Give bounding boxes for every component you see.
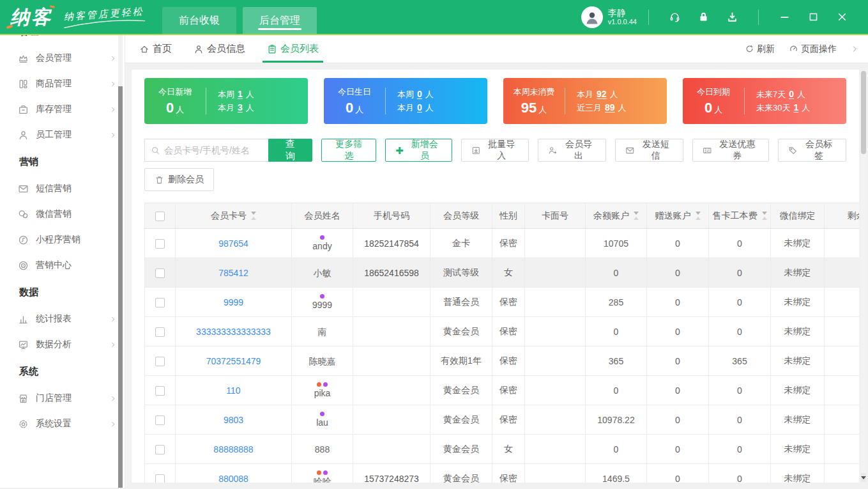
cell-wechat: 未绑定 — [771, 229, 825, 258]
row-checkbox[interactable] — [155, 357, 165, 366]
button-label: 发送短信 — [639, 139, 673, 162]
member-card-link[interactable]: 987654 — [218, 238, 248, 249]
tab-member-info[interactable]: 会员信息 — [194, 35, 245, 63]
tab-home[interactable]: 首页 — [139, 35, 172, 63]
sidebar-item-system-settings[interactable]: 系统设置 — [0, 411, 125, 437]
download-icon — [726, 11, 738, 23]
member-card-link[interactable]: 880088 — [218, 474, 248, 483]
topnav-cashier[interactable]: 前台收银 — [162, 7, 236, 34]
stat-card-count: 95人 — [503, 100, 565, 116]
topnav-label: 后台管理 — [259, 14, 300, 27]
sidebar-item-staff-management[interactable]: 员工管理 — [0, 122, 125, 148]
collapse-chevron-icon[interactable] — [851, 45, 859, 53]
batch-import-button[interactable]: 批量导入 — [461, 139, 529, 162]
sidebar-item-label: 微信营销 — [36, 208, 72, 220]
row-checkbox[interactable] — [155, 268, 165, 278]
sidebar-item-inventory-management[interactable]: 库存管理 — [0, 97, 125, 122]
sidebar-item-member-management[interactable]: 会员管理 — [0, 45, 125, 71]
col-label: 剩余 — [848, 210, 860, 222]
member-name: 陈晓嘉 — [292, 356, 353, 366]
sidebar-scrollbar-thumb[interactable] — [118, 86, 123, 488]
sort-control[interactable] — [251, 212, 256, 220]
send-coupon-button[interactable]: ¥发送优惠券 — [692, 139, 769, 162]
add-member-button[interactable]: ✚新增会员 — [385, 139, 452, 162]
content-scrollbar[interactable] — [861, 71, 866, 482]
minimize-button[interactable] — [779, 12, 790, 22]
refresh-button[interactable]: 刷新 — [745, 43, 775, 55]
member-list-panel: 今日新增0人本周1人本月3人今日生日0人本周0人本月0人本周未消费95人本月92… — [132, 70, 859, 483]
download-button[interactable] — [726, 11, 738, 23]
sidebar-item-miniapp-marketing[interactable]: 小程序营销 — [0, 227, 125, 252]
row-select-cell — [145, 258, 176, 288]
send-sms-button[interactable]: 发送短信 — [615, 139, 683, 162]
stat-detail-value[interactable]: 1 — [793, 102, 798, 113]
member-card-link[interactable]: 333333333333333 — [196, 327, 271, 337]
member-card-link[interactable]: 785412 — [218, 268, 248, 278]
stat-card-count: 0人 — [324, 100, 385, 116]
sort-control[interactable] — [634, 212, 639, 220]
cell-balance: 365 — [586, 346, 647, 376]
content-scrollbar-thumb[interactable] — [861, 71, 866, 154]
page-operations-button[interactable]: 页面操作 — [789, 43, 837, 55]
member-card-link[interactable]: 88888888 — [213, 444, 253, 454]
delete-member-button[interactable]: 删除会员 — [144, 168, 214, 191]
cell-level: 黄金会员 — [430, 435, 492, 464]
row-checkbox[interactable] — [155, 386, 165, 396]
select-all-checkbox[interactable] — [155, 212, 165, 221]
stat-detail-value[interactable]: 1 — [238, 89, 243, 99]
topnav-admin[interactable]: 后台管理 — [243, 7, 317, 34]
search-input[interactable] — [164, 145, 263, 155]
close-button[interactable] — [837, 12, 848, 22]
stat-detail-value[interactable]: 89 — [605, 102, 615, 113]
cell-gender: 保密 — [492, 229, 525, 258]
member-card-link[interactable]: 9803 — [224, 415, 243, 425]
sidebar-item-statistics-report[interactable]: 统计报表 — [0, 306, 125, 332]
stat-detail-value[interactable]: 0 — [417, 89, 422, 99]
sidebar-item-data-analysis[interactable]: 数据分析 — [0, 332, 125, 357]
sidebar-item-store-management[interactable]: 门店管理 — [0, 385, 125, 411]
avatar[interactable] — [581, 6, 603, 28]
row-checkbox[interactable] — [155, 415, 165, 425]
button-label: 批量导入 — [484, 139, 519, 162]
topnav-label: 前台收银 — [179, 14, 220, 27]
stat-detail-value[interactable]: 0 — [789, 89, 794, 99]
lock-button[interactable] — [697, 11, 710, 23]
cell-wechat: 未绑定 — [771, 317, 825, 346]
member-card-link[interactable]: 110 — [226, 385, 240, 396]
stat-detail-value[interactable]: 3 — [238, 102, 243, 113]
sidebar-item-marketing-center[interactable]: 营销中心 — [0, 252, 125, 278]
sort-control[interactable] — [762, 212, 767, 220]
search-button[interactable]: 查询 — [268, 139, 312, 162]
scrollbar-down-arrow[interactable] — [861, 473, 866, 482]
member-name: 9999 — [292, 300, 353, 310]
cell-card-fee: 0 — [709, 464, 771, 483]
content-area: 今日新增0人本周1人本月3人今日生日0人本周0人本月0人本周未消费95人本月92… — [125, 63, 868, 488]
col-label: 售卡工本费 — [713, 210, 758, 222]
sidebar-item-wechat-marketing[interactable]: 微信营销 — [0, 201, 125, 227]
member-card-link[interactable]: 9999 — [224, 297, 243, 307]
member-tags-button[interactable]: 会员标签 — [778, 139, 846, 162]
sidebar-item-sms-marketing[interactable]: 短信营销 — [0, 176, 125, 201]
support-button[interactable] — [669, 11, 681, 23]
cell-card-fee: 0 — [709, 435, 771, 464]
tab-member-list[interactable]: 会员列表 — [267, 35, 319, 63]
sort-control[interactable] — [696, 212, 701, 220]
stat-card-main: 今日生日0人 — [324, 86, 385, 116]
cell-card-no: 987654 — [176, 229, 292, 258]
maximize-button[interactable] — [808, 12, 819, 22]
more-filters-button[interactable]: 更多筛选 — [321, 139, 376, 162]
member-export-button[interactable]: 会员导出 — [538, 139, 606, 162]
window-controls — [770, 12, 857, 22]
row-checkbox[interactable] — [155, 298, 165, 307]
search-icon — [151, 146, 160, 155]
top-navigation: 前台收银后台管理 — [162, 7, 323, 34]
sidebar-scrollbar[interactable] — [118, 35, 123, 488]
row-checkbox[interactable] — [155, 327, 165, 337]
row-checkbox[interactable] — [155, 474, 165, 483]
sidebar-item-product-management[interactable]: 商品管理 — [0, 71, 125, 97]
stat-detail-value[interactable]: 0 — [417, 102, 422, 113]
row-checkbox[interactable] — [155, 239, 165, 249]
stat-detail-value[interactable]: 92 — [597, 89, 607, 99]
row-checkbox[interactable] — [155, 445, 165, 454]
member-card-link[interactable]: 70372551479 — [206, 356, 261, 366]
